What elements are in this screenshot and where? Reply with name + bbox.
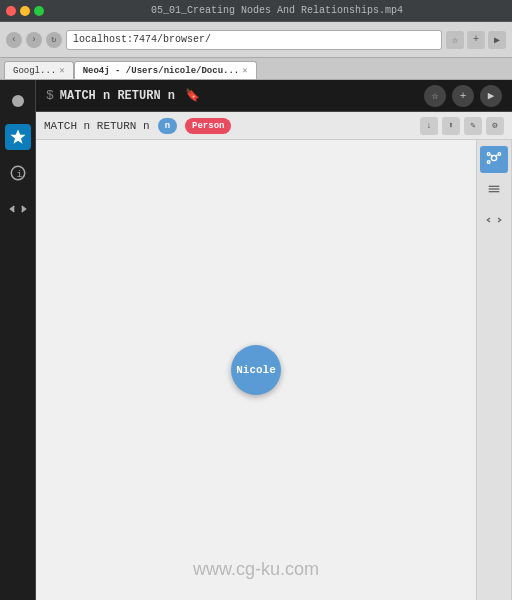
view-tab-graph[interactable] — [480, 146, 508, 173]
extend-button[interactable]: + — [467, 31, 485, 49]
browser-chrome: ‹ › ↻ localhost:7474/browser/ ☆ + ▶ — [0, 22, 512, 58]
result-header: MATCH n RETURN n n Person ↓ ⬆ ✎ ⚙ — [36, 112, 512, 140]
svg-point-0 — [12, 95, 24, 107]
label-n-tag[interactable]: n — [158, 118, 177, 134]
minimize-button[interactable] — [20, 6, 30, 16]
close-button[interactable] — [6, 6, 16, 16]
sidebar-info-icon[interactable]: i — [5, 160, 31, 186]
query-bookmark-icon: 🔖 — [185, 88, 200, 103]
svg-point-6 — [498, 153, 501, 156]
address-bar[interactable]: localhost:7474/browser/ — [66, 30, 442, 50]
neo4j-tab-label: Neo4j - /Users/nicole/Docu... — [83, 66, 240, 76]
dollar-sign: $ — [46, 88, 54, 103]
neo4j-tab-close[interactable]: ✕ — [242, 65, 247, 76]
google-tab-close[interactable]: ✕ — [59, 65, 64, 76]
maximize-button[interactable] — [34, 6, 44, 16]
bookmark-button[interactable]: ☆ — [446, 31, 464, 49]
query-action-add[interactable]: + — [452, 85, 474, 107]
graph-node[interactable]: Nicole — [231, 345, 281, 395]
svg-text:i: i — [16, 169, 22, 180]
sidebar-home-icon[interactable] — [5, 88, 31, 114]
result-panel-inner: Nicole www.cg-ku.com — [36, 140, 512, 600]
query-header: $ MATCH n RETURN n 🔖 ☆ + ▶ — [36, 80, 512, 112]
google-tab-label: Googl... — [13, 66, 56, 76]
google-tab[interactable]: Googl... ✕ — [4, 61, 74, 79]
svg-marker-1 — [10, 130, 25, 144]
title-bar: 05_01_Creating Nodes And Relationships.m… — [0, 0, 512, 22]
query-action-star[interactable]: ☆ — [424, 85, 446, 107]
result-panel: MATCH n RETURN n n Person ↓ ⬆ ✎ ⚙ Nicole… — [36, 112, 512, 600]
view-tab-code[interactable] — [480, 208, 508, 235]
result-actions: ↓ ⬆ ✎ ⚙ — [420, 117, 504, 135]
back-button[interactable]: ‹ — [6, 32, 22, 48]
watermark: www.cg-ku.com — [193, 559, 319, 580]
query-text: MATCH n RETURN n — [60, 89, 175, 103]
address-text: localhost:7474/browser/ — [73, 34, 211, 45]
left-sidebar: i — [0, 80, 36, 600]
sidebar-code-icon[interactable] — [5, 196, 31, 222]
query-action-play[interactable]: ▶ — [480, 85, 502, 107]
result-query-text: MATCH n RETURN n — [44, 120, 150, 132]
result-download-btn[interactable]: ↓ — [420, 117, 438, 135]
window-title: 05_01_Creating Nodes And Relationships.m… — [48, 5, 506, 16]
query-actions: ☆ + ▶ — [424, 85, 502, 107]
result-settings-btn[interactable]: ⚙ — [486, 117, 504, 135]
app-area: i $ MATCH n RETURN n 🔖 ☆ + ▶ MATCH n RET… — [0, 80, 512, 600]
svg-point-7 — [487, 161, 490, 164]
sidebar-star-icon[interactable] — [5, 124, 31, 150]
view-tabs — [476, 140, 512, 600]
neo4j-tab[interactable]: Neo4j - /Users/nicole/Docu... ✕ — [74, 61, 257, 79]
result-edit-btn[interactable]: ✎ — [464, 117, 482, 135]
forward-button[interactable]: › — [26, 32, 42, 48]
svg-line-9 — [495, 155, 497, 157]
svg-point-5 — [487, 153, 490, 156]
graph-view: Nicole www.cg-ku.com — [36, 140, 476, 600]
svg-line-8 — [491, 155, 493, 157]
view-tab-rows[interactable] — [480, 177, 508, 204]
result-share-btn[interactable]: ⬆ — [442, 117, 460, 135]
menu-button[interactable]: ▶ — [488, 31, 506, 49]
refresh-button[interactable]: ↻ — [46, 32, 62, 48]
content-area: $ MATCH n RETURN n 🔖 ☆ + ▶ MATCH n RETUR… — [36, 80, 512, 600]
tab-bar: Googl... ✕ Neo4j - /Users/nicole/Docu...… — [0, 58, 512, 80]
label-person-tag[interactable]: Person — [185, 118, 231, 134]
